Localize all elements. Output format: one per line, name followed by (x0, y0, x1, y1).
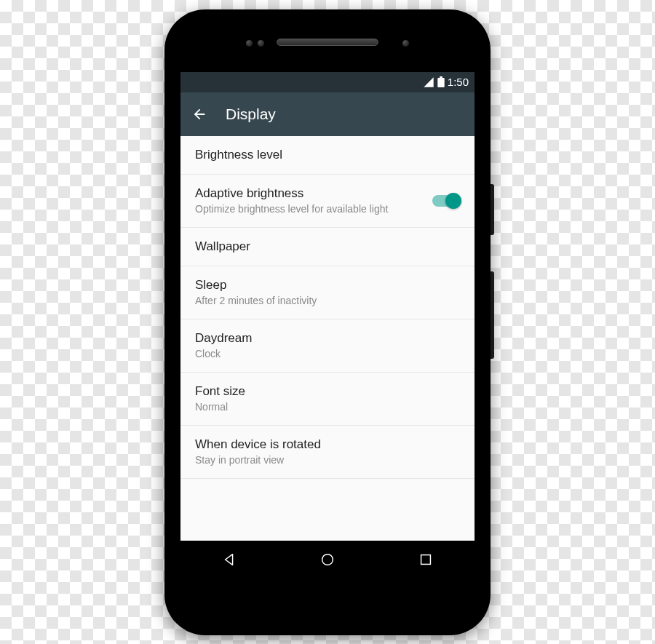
triangle-back-icon (221, 552, 237, 568)
sensor-dot (246, 40, 253, 47)
setting-title: Daydream (195, 331, 460, 346)
arrow-back-icon (191, 106, 207, 122)
status-clock: 1:50 (448, 76, 469, 88)
setting-title: Brightness level (195, 148, 460, 162)
setting-subtitle: Clock (195, 347, 460, 360)
setting-daydream[interactable]: Daydream Clock (180, 319, 475, 373)
front-camera (402, 40, 409, 47)
adaptive-brightness-toggle[interactable] (432, 195, 460, 207)
phone-frame: 1:50 Display Brightness level Adaptive b… (164, 9, 491, 635)
setting-adaptive-brightness[interactable]: Adaptive brightness Optimize brightness … (180, 175, 475, 228)
setting-sleep[interactable]: Sleep After 2 minutes of inactivity (180, 266, 475, 319)
setting-subtitle: Stay in portrait view (195, 453, 460, 466)
cellular-signal-icon (423, 76, 434, 88)
volume-button (491, 271, 494, 359)
setting-rotation[interactable]: When device is rotated Stay in portrait … (180, 426, 475, 479)
setting-wallpaper[interactable]: Wallpaper (180, 228, 475, 266)
svg-point-0 (322, 554, 333, 565)
svg-rect-1 (421, 554, 430, 564)
back-button[interactable] (191, 106, 208, 123)
settings-list: Brightness level Adaptive brightness Opt… (180, 136, 475, 541)
sensor-dot (258, 40, 264, 47)
setting-brightness-level[interactable]: Brightness level (180, 136, 475, 175)
screen: 1:50 Display Brightness level Adaptive b… (180, 72, 475, 579)
setting-subtitle: Optimize brightness level for available … (195, 202, 421, 215)
status-bar: 1:50 (180, 72, 475, 92)
nav-recent-button[interactable] (404, 541, 448, 579)
setting-title: When device is rotated (195, 437, 460, 452)
setting-subtitle: Normal (195, 400, 460, 413)
battery-icon (437, 76, 445, 87)
setting-title: Font size (195, 384, 460, 399)
setting-subtitle: After 2 minutes of inactivity (195, 294, 460, 307)
setting-title: Adaptive brightness (195, 186, 421, 201)
square-recent-icon (418, 552, 434, 568)
earpiece (277, 39, 378, 46)
power-button (491, 184, 494, 235)
page-title: Display (226, 106, 276, 123)
circle-home-icon (319, 552, 336, 568)
nav-home-button[interactable] (306, 541, 349, 579)
setting-font-size[interactable]: Font size Normal (180, 373, 475, 426)
setting-title: Wallpaper (195, 239, 460, 254)
nav-back-button[interactable] (207, 541, 251, 579)
navigation-bar (180, 541, 475, 579)
app-bar: Display (180, 92, 475, 136)
setting-title: Sleep (195, 278, 460, 293)
